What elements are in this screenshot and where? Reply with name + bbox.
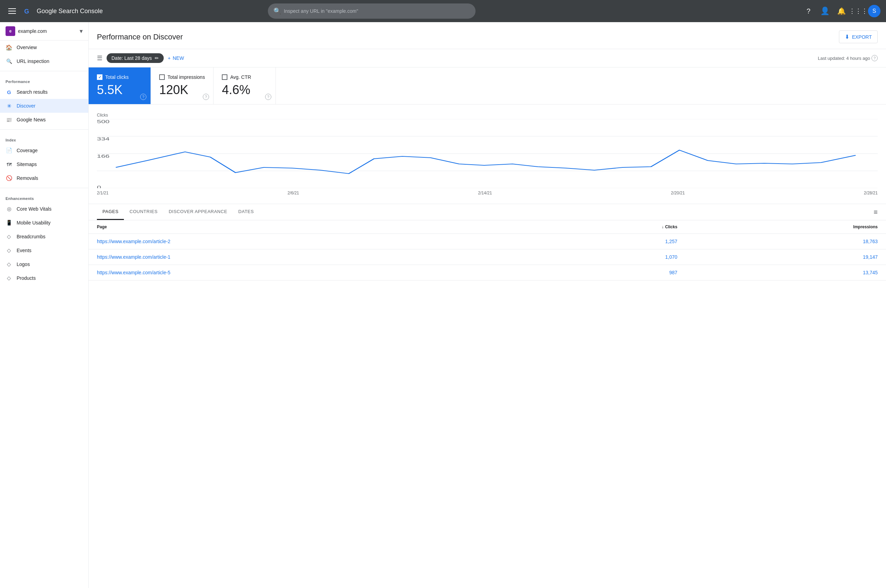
new-filter-button[interactable]: + NEW (168, 56, 184, 61)
metrics-container: Total clicks 5.5K ? Total impressions 12… (89, 68, 886, 105)
metric-value-ctr: 4.6% (222, 82, 267, 97)
table-container: Page ↓ Clicks Impressions (89, 220, 886, 280)
divider-1 (0, 71, 88, 71)
user-initial: S (872, 8, 876, 14)
divider-2 (0, 129, 88, 130)
metric-header-ctr: Avg. CTR (222, 74, 267, 80)
x-label-1: 2/1/21 (97, 190, 108, 195)
metric-help-ctr[interactable]: ? (265, 94, 271, 100)
sidebar-item-label-events: Events (17, 248, 32, 253)
sidebar-item-coverage[interactable]: 📄 Coverage (0, 144, 88, 158)
sidebar-item-breadcrumbs[interactable]: ◇ Breadcrumbs (0, 230, 88, 243)
sidebar-item-logos[interactable]: ◇ Logos (0, 257, 88, 271)
tab-filter-icon[interactable]: ≡ (874, 208, 878, 216)
nav-icons-group: ? 👤 🔔 ⋮⋮⋮ S (802, 4, 880, 18)
col-clicks-header[interactable]: ↓ Clicks (528, 220, 686, 234)
search-icon: 🔍 (274, 7, 281, 15)
sort-arrow-icon: ↓ (662, 225, 664, 230)
new-label: NEW (173, 56, 184, 61)
sidebar-item-overview[interactable]: 🏠 Overview (0, 40, 88, 54)
export-button[interactable]: ⬇ EXPORT (839, 30, 878, 43)
metric-header-impressions: Total impressions (159, 74, 205, 80)
table-cell-clicks: 1,257 (528, 234, 686, 249)
cwv-icon: ◎ (6, 206, 12, 212)
google-logo-icon: G (23, 6, 34, 16)
sidebar-item-google-news[interactable]: 📰 Google News (0, 113, 88, 127)
brand-logo: G Google Search Console (23, 6, 103, 16)
sidebar-item-label-breadcrumbs: Breadcrumbs (17, 234, 45, 239)
discover-icon: ✳ (6, 102, 12, 109)
svg-text:G: G (24, 8, 29, 15)
home-icon: 🏠 (6, 44, 12, 51)
metric-total-impressions[interactable]: Total impressions 120K ? (151, 68, 214, 104)
page-header: Performance on Discover ⬇ EXPORT (89, 22, 886, 49)
table-cell-impressions: 18,763 (686, 234, 886, 249)
sidebar-item-sitemaps[interactable]: 🗺 Sitemaps (0, 158, 88, 171)
main-content: Performance on Discover ⬇ EXPORT ☰ Date:… (89, 22, 886, 588)
sidebar-item-search-results[interactable]: G Search results (0, 85, 88, 99)
metric-checkbox-impressions (159, 74, 165, 80)
col-page-header: Page (89, 220, 528, 234)
removals-icon: 🚫 (6, 175, 12, 182)
sidebar-item-core-web-vitals[interactable]: ◎ Core Web Vitals (0, 202, 88, 216)
download-icon: ⬇ (845, 33, 849, 40)
svg-text:0: 0 (97, 185, 101, 188)
metric-help-clicks[interactable]: ? (140, 94, 146, 100)
metric-value-impressions: 120K (159, 82, 205, 97)
sidebar-item-products[interactable]: ◇ Products (0, 271, 88, 285)
tab-pages[interactable]: PAGES (97, 204, 124, 220)
filter-icon[interactable]: ☰ (97, 54, 102, 62)
grid-icon: ⋮⋮⋮ (849, 7, 868, 15)
top-navigation: G Google Search Console 🔍 ? 👤 🔔 ⋮⋮⋮ S (0, 0, 886, 22)
sidebar-item-events[interactable]: ◇ Events (0, 243, 88, 257)
metric-help-impressions[interactable]: ? (203, 94, 209, 100)
user-avatar[interactable]: S (868, 5, 880, 17)
help-button[interactable]: ? (802, 4, 815, 18)
info-icon[interactable]: ? (871, 55, 878, 61)
sidebar-item-label-products: Products (17, 275, 36, 281)
date-filter-button[interactable]: Date: Last 28 days ✏ (107, 53, 164, 63)
table-cell-page[interactable]: https://www.example.com/article-1 (89, 249, 528, 265)
google-g-icon: G (6, 88, 12, 96)
sidebar-item-mobile-usability[interactable]: 📱 Mobile Usability (0, 216, 88, 230)
sidebar-item-removals[interactable]: 🚫 Removals (0, 171, 88, 185)
account-circle-button[interactable]: 👤 (818, 4, 832, 18)
metric-avg-ctr[interactable]: Avg. CTR 4.6% ? (214, 68, 276, 104)
search-input[interactable] (284, 8, 470, 14)
notifications-button[interactable]: 🔔 (835, 4, 848, 18)
table-row: https://www.example.com/article-2 1,257 … (89, 234, 886, 249)
chart-wrapper: 500 334 166 0 2/1/21 2/6/21 2/14/21 2/20… (97, 119, 878, 195)
sidebar-item-url-inspection[interactable]: 🔍 URL inspection (0, 54, 88, 68)
tab-countries[interactable]: COUNTRIES (124, 204, 163, 220)
table-cell-page[interactable]: https://www.example.com/article-2 (89, 234, 528, 249)
last-updated: Last updated: 4 hours ago ? (818, 55, 878, 61)
tab-pages-label: PAGES (102, 209, 118, 214)
data-table: Page ↓ Clicks Impressions (89, 220, 886, 280)
section-label-index: Index (0, 132, 88, 144)
metric-label-impressions: Total impressions (167, 74, 205, 80)
property-selector[interactable]: e example.com ▾ (0, 22, 88, 40)
tab-dates[interactable]: DATES (233, 204, 260, 220)
metric-header-clicks: Total clicks (97, 74, 142, 80)
metric-total-clicks[interactable]: Total clicks 5.5K ? (89, 68, 151, 104)
x-label-4: 2/20/21 (671, 190, 685, 195)
chart-svg: 500 334 166 0 (97, 119, 878, 188)
sidebar-item-label-overview: Overview (17, 45, 37, 50)
svg-text:166: 166 (97, 154, 110, 159)
svg-text:500: 500 (97, 119, 110, 124)
brand-name: Google Search Console (37, 8, 103, 15)
filter-bar: ☰ Date: Last 28 days ✏ + NEW Last update… (89, 49, 886, 68)
table-row: https://www.example.com/article-1 1,070 … (89, 249, 886, 265)
tabs-container: PAGES COUNTRIES DISCOVER APPEARANCE DATE… (89, 204, 886, 220)
table-cell-impressions: 13,745 (686, 265, 886, 280)
breadcrumbs-icon: ◇ (6, 233, 12, 240)
apps-button[interactable]: ⋮⋮⋮ (851, 4, 865, 18)
tab-dates-label: DATES (238, 209, 254, 214)
table-cell-page[interactable]: https://www.example.com/article-5 (89, 265, 528, 280)
tab-discover-appearance[interactable]: DISCOVER APPEARANCE (163, 204, 233, 220)
chart-container: Clicks 500 334 166 0 (89, 105, 886, 204)
sidebar-item-discover[interactable]: ✳ Discover (0, 99, 88, 113)
sidebar-item-label-discover: Discover (17, 103, 35, 109)
hamburger-menu-button[interactable] (6, 6, 19, 16)
events-icon: ◇ (6, 247, 12, 254)
